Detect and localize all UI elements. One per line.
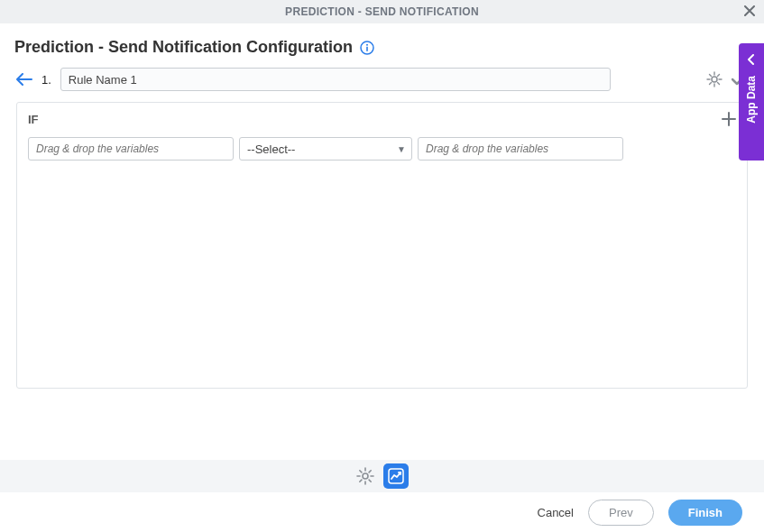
operator-select-value: --Select--	[247, 142, 295, 156]
rule-body: IF --Select-- ▼	[16, 102, 748, 389]
chart-icon[interactable]	[383, 463, 409, 489]
svg-point-4	[363, 473, 368, 479]
svg-rect-2	[366, 46, 368, 50]
rule-name-input[interactable]	[60, 68, 611, 91]
page-title-row: Prediction - Send Notification Configura…	[0, 23, 764, 68]
operator-select[interactable]: --Select-- ▼	[239, 137, 412, 161]
rule-index: 1.	[41, 73, 51, 87]
svg-point-1	[366, 43, 368, 45]
page-title: Prediction - Send Notification Configura…	[14, 38, 353, 57]
right-variable-input[interactable]	[418, 137, 623, 161]
prev-button[interactable]: Prev	[588, 500, 654, 526]
back-arrow-icon[interactable]	[16, 73, 32, 86]
modal-header: PREDICTION - SEND NOTIFICATION	[0, 0, 764, 23]
app-data-sidetab[interactable]: App Data	[739, 43, 764, 161]
cancel-button[interactable]: Cancel	[538, 506, 574, 519]
finish-button[interactable]: Finish	[668, 500, 742, 526]
svg-point-3	[712, 77, 717, 82]
gear-icon[interactable]	[356, 467, 374, 485]
chevron-left-icon	[747, 54, 756, 65]
info-icon[interactable]	[360, 41, 374, 55]
left-variable-input[interactable]	[28, 137, 234, 161]
footer-nav: Cancel Prev Finish	[0, 492, 764, 532]
modal-title: PREDICTION - SEND NOTIFICATION	[285, 5, 479, 18]
add-condition-icon[interactable]	[722, 112, 736, 126]
rule-header-row: 1.	[0, 68, 764, 91]
sparkle-icon[interactable]	[706, 71, 723, 87]
bottom-tool-strip	[0, 460, 764, 492]
condition-row: --Select-- ▼	[28, 137, 736, 161]
if-label: IF	[28, 113, 39, 126]
side-tab-label: App Data	[745, 76, 758, 124]
close-icon[interactable]	[744, 5, 755, 19]
if-row: IF	[28, 112, 736, 126]
chevron-down-icon: ▼	[397, 144, 406, 154]
